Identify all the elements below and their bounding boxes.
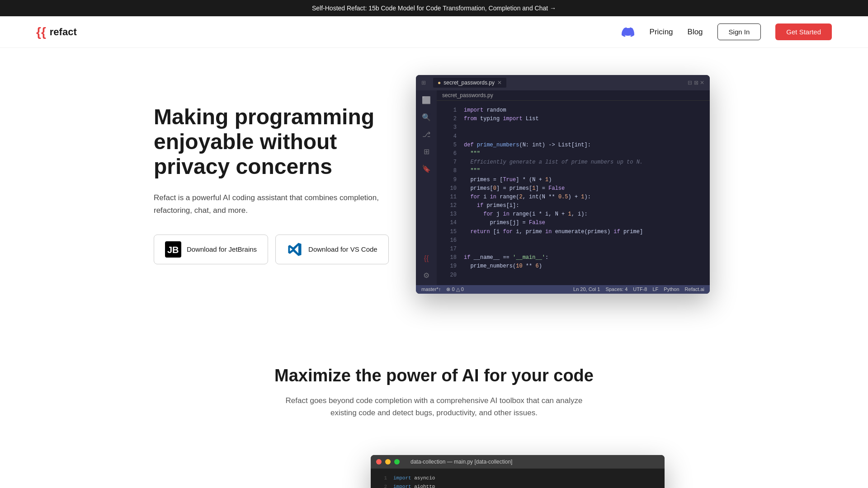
line-number: 3: [444, 123, 457, 132]
top-banner: Self-Hosted Refact: 15b Code Model for C…: [0, 0, 868, 16]
window-controls: ⊟ ⊠ ✕: [688, 80, 704, 86]
file-name: secret_passwords.py: [443, 80, 495, 86]
vscode2-tab-name: data-collection — main.py [data-collecti…: [410, 459, 512, 465]
line-number: 11: [444, 193, 457, 202]
jetbrains-download-button[interactable]: JB Download for JetBrains: [154, 235, 268, 264]
jetbrains-logo: JB: [165, 241, 181, 258]
line-number: 19: [444, 262, 457, 271]
code-line-18: 18 if __name__ == '__main__':: [437, 253, 710, 262]
vscode2-line-1: 1 import asyncio: [371, 474, 665, 483]
file-dot: ●: [438, 80, 441, 86]
jetbrains-button-label: Download for JetBrains: [187, 245, 257, 253]
logo-link[interactable]: {{ refact: [36, 25, 77, 39]
code-content: 1 import random 2 from typing import Lis…: [437, 101, 710, 285]
maximize-title: Maximize the power of AI for your code: [36, 366, 832, 385]
blog-link[interactable]: Blog: [688, 28, 703, 37]
line-number: 14: [444, 219, 457, 227]
banner-text: Self-Hosted Refact: 15b Code Model for C…: [312, 5, 556, 12]
line-number: 4: [444, 132, 457, 141]
vscode-activity-bar: ⬜ 🔍 ⎇ ⊞ 🔖 {{ ⚙: [416, 90, 437, 285]
code-completion-section: Code Completion data-collection — main.p…: [118, 437, 750, 488]
code-text: if __name__ == '__main__':: [464, 253, 548, 262]
code-line-4: 4: [437, 132, 710, 141]
line-number: 17: [444, 245, 457, 253]
code-line-1: 1 import random: [437, 106, 710, 115]
explorer-tab: secret_passwords.py: [437, 90, 710, 101]
line-number: 7: [444, 158, 457, 167]
vscode-body: ⬜ 🔍 ⎇ ⊞ 🔖 {{ ⚙ secret_passwords.py 1: [416, 90, 710, 285]
statusbar-refact: Refact.ai: [685, 286, 704, 292]
maximize-button: [394, 459, 400, 465]
line-number: 18: [444, 253, 457, 262]
line-number: 1: [376, 474, 387, 483]
code-text: return [i for i, prime in enumerate(prim…: [464, 228, 643, 236]
code-text: from typing import List: [464, 115, 539, 123]
hero-content: Making programming enjoyable without pri…: [154, 104, 389, 264]
nav-right: Pricing Blog Sign In Get Started: [621, 23, 832, 40]
line-number: 13: [444, 210, 457, 219]
line-number: 9: [444, 176, 457, 184]
vscode-menu-icons: ⊞: [421, 80, 426, 86]
search-icon: 🔍: [421, 112, 431, 122]
code-line-2: 2 from typing import List: [437, 115, 710, 123]
line-number: 5: [444, 141, 457, 150]
vscode-titlebar: ⊞ ● secret_passwords.py ✕ ⊟ ⊠ ✕: [416, 75, 710, 90]
line-number: 2: [376, 483, 387, 488]
line-number: 16: [444, 236, 457, 245]
vscode-download-button[interactable]: Download for VS Code: [275, 235, 389, 264]
line-number: 2: [444, 115, 457, 123]
statusbar-line-ending: LF: [652, 286, 658, 292]
code-text: for i in range(2, int(N ** 0.5) + 1):: [464, 193, 591, 202]
code-line-17: 17: [437, 245, 710, 253]
vscode-window-2: data-collection — main.py [data-collecti…: [371, 455, 665, 488]
svg-text:JB: JB: [167, 245, 179, 255]
get-started-button[interactable]: Get Started: [775, 23, 832, 40]
navbar: {{ refact Pricing Blog Sign In Get Start…: [0, 16, 868, 48]
code-line-19: 19 prime_numbers(10 ** 6): [437, 262, 710, 271]
code-line-7: 7 Efficiently generate a list of prime n…: [437, 158, 710, 167]
code-line-3: 3: [437, 123, 710, 132]
vscode-button-label: Download for VS Code: [308, 245, 377, 253]
refact-icon: {{: [421, 253, 431, 263]
git-icon: ⎇: [421, 129, 431, 139]
statusbar-position: Ln 20, Col 1: [573, 286, 600, 292]
code-line-12: 12 if primes[i]:: [437, 202, 710, 210]
code-text: Efficiently generate a list of prime num…: [464, 158, 643, 167]
statusbar-spaces: Spaces: 4: [605, 286, 627, 292]
code-text: if primes[i]:: [464, 202, 519, 210]
maximize-section: Maximize the power of AI for your code R…: [0, 330, 868, 437]
signin-button[interactable]: Sign In: [717, 23, 761, 40]
hero-title: Making programming enjoyable without pri…: [154, 104, 389, 179]
code-line-5: 5 def prime_numbers(N: int) -> List[int]…: [437, 141, 710, 150]
code-completion-image: data-collection — main.py [data-collecti…: [371, 455, 714, 488]
vscode-icon: [287, 241, 303, 258]
line-number: 10: [444, 184, 457, 193]
code-line-15: 15 return [i for i, prime in enumerate(p…: [437, 228, 710, 236]
logo-icon: {{: [36, 25, 46, 39]
code-text: prime_numbers(10 ** 6): [464, 262, 542, 271]
vscode-statusbar: master*↑ ⊗ 0 △ 0 Ln 20, Col 1 Spaces: 4 …: [416, 285, 710, 294]
hero-buttons: JB Download for JetBrains Download for V…: [154, 235, 389, 264]
file-tab: ● secret_passwords.py ✕: [433, 78, 506, 88]
code-text: import aiohttp: [393, 483, 435, 488]
code-line-10: 10 primes[0] = primes[1] = False: [437, 184, 710, 193]
pricing-link[interactable]: Pricing: [650, 28, 673, 37]
line-number: 12: [444, 202, 457, 210]
code-text: """: [464, 167, 480, 175]
explorer-icon: ⬜: [421, 95, 431, 105]
discord-link[interactable]: [621, 25, 635, 39]
code-line-8: 8 """: [437, 167, 710, 175]
code-line-6: 6 """: [437, 150, 710, 158]
code-text: """: [464, 150, 480, 158]
logo-text: refact: [50, 26, 77, 38]
code-text: def prime_numbers(N: int) -> List[int]:: [464, 141, 591, 150]
line-number: 1: [444, 106, 457, 115]
minimize-button: [385, 459, 391, 465]
code-text: import asyncio: [393, 474, 435, 483]
code-text: primes = [True] * (N + 1): [464, 176, 552, 184]
jetbrains-icon: JB: [165, 241, 181, 258]
hero-image: ⊞ ● secret_passwords.py ✕ ⊟ ⊠ ✕ ⬜ 🔍 ⎇ ⊞ …: [416, 75, 714, 294]
vscode-window: ⊞ ● secret_passwords.py ✕ ⊟ ⊠ ✕ ⬜ 🔍 ⎇ ⊞ …: [416, 75, 710, 294]
code-text: primes[j] = False: [464, 219, 545, 227]
discord-icon: [622, 27, 634, 37]
